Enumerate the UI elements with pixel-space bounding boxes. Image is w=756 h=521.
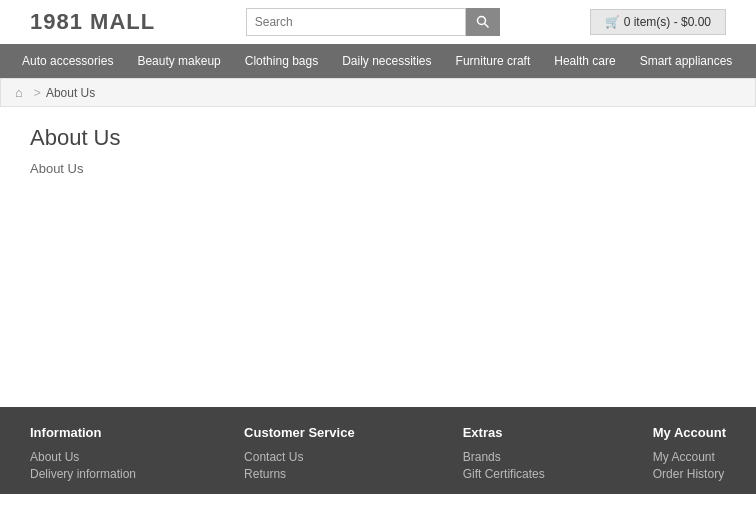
svg-point-0 (477, 17, 485, 25)
footer-link-delivery-info[interactable]: Delivery information (30, 467, 136, 481)
footer-heading-information: Information (30, 425, 136, 440)
footer-col-customer-service: Customer Service Contact Us Returns (244, 425, 355, 484)
svg-line-1 (484, 24, 488, 28)
nav-item-beauty-makeup[interactable]: Beauty makeup (125, 44, 232, 78)
footer-link-gift-certificates[interactable]: Gift Certificates (463, 467, 545, 481)
page-subtitle: About Us (30, 161, 726, 176)
nav-item-furniture-craft[interactable]: Furniture craft (444, 44, 543, 78)
main-nav: Auto accessories Beauty makeup Clothing … (0, 44, 756, 78)
header: 1981 MALL 🛒 0 item(s) - $0.00 (0, 0, 756, 44)
nav-item-daily-necessities[interactable]: Daily necessities (330, 44, 443, 78)
search-icon (476, 15, 490, 29)
breadcrumb-current: About Us (46, 86, 95, 100)
cart-label: 0 item(s) - $0.00 (624, 15, 711, 29)
cart-icon: 🛒 (605, 15, 623, 29)
nav-item-health-care[interactable]: Health care (542, 44, 627, 78)
cart-button[interactable]: 🛒 0 item(s) - $0.00 (590, 9, 726, 35)
footer-heading-customer-service: Customer Service (244, 425, 355, 440)
search-input[interactable] (246, 8, 466, 36)
home-icon[interactable]: ⌂ (15, 85, 23, 100)
nav-item-clothing-bags[interactable]: Clothing bags (233, 44, 330, 78)
search-bar (246, 8, 500, 36)
footer-col-my-account: My Account My Account Order History (653, 425, 726, 484)
footer-link-about-us[interactable]: About Us (30, 450, 136, 464)
nav-item-auto-accessories[interactable]: Auto accessories (10, 44, 125, 78)
footer-link-my-account[interactable]: My Account (653, 450, 726, 464)
footer-col-extras: Extras Brands Gift Certificates (463, 425, 545, 484)
breadcrumb: ⌂ > About Us (0, 78, 756, 107)
footer-link-order-history[interactable]: Order History (653, 467, 726, 481)
footer-link-brands[interactable]: Brands (463, 450, 545, 464)
footer-heading-my-account: My Account (653, 425, 726, 440)
nav-item-smart-appliances[interactable]: Smart appliances (628, 44, 745, 78)
logo: 1981 MALL (30, 9, 155, 35)
footer-heading-extras: Extras (463, 425, 545, 440)
footer-col-information: Information About Us Delivery informatio… (30, 425, 136, 484)
footer-link-returns[interactable]: Returns (244, 467, 355, 481)
page-title: About Us (30, 125, 726, 151)
main-content: About Us About Us (0, 107, 756, 407)
footer: Information About Us Delivery informatio… (0, 407, 756, 494)
search-button[interactable] (466, 8, 500, 36)
breadcrumb-separator: > (34, 86, 41, 100)
footer-link-contact-us[interactable]: Contact Us (244, 450, 355, 464)
